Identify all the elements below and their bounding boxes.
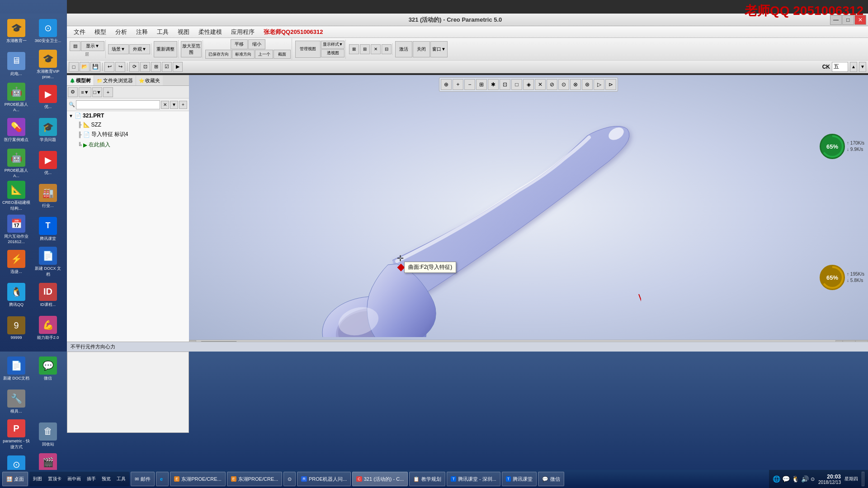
- desktop-icon-proe-robot2[interactable]: 🤖 PROE机器人A...: [1, 147, 32, 179]
- vp-btn12[interactable]: ⊳: [605, 79, 616, 90]
- tree-search-input[interactable]: [76, 100, 160, 109]
- viewport-3d[interactable]: ⊕ + − ⊞ ✱ ⊡ □ ◈ ✕ ⊘ ⊙ ⊗ ⊛ ▷ ⊳: [189, 75, 868, 342]
- ck-up[interactable]: ▲: [850, 62, 857, 72]
- desktop-icon-newdoc[interactable]: 📄 新建 DOCX 文档: [33, 246, 63, 278]
- qb-preview[interactable]: 预览: [99, 473, 113, 485]
- qb-pin[interactable]: 置顶卡: [45, 473, 64, 485]
- tb2-open[interactable]: 📂: [80, 62, 90, 72]
- tb2-regen[interactable]: ⟳: [129, 62, 139, 72]
- tab-model-tree[interactable]: 🌲 模型树: [67, 75, 94, 85]
- tree-settings[interactable]: ⚙: [68, 87, 78, 97]
- tb2-check[interactable]: ☑: [162, 62, 172, 72]
- tb2-save[interactable]: 💾: [90, 62, 100, 72]
- menu-analysis[interactable]: 分析: [111, 27, 132, 37]
- vp-btn2[interactable]: ✱: [488, 79, 499, 90]
- vp-btn9[interactable]: ⊗: [570, 79, 581, 90]
- tb-btn2[interactable]: ⊞: [360, 44, 370, 54]
- desktop-icon-idke[interactable]: ID ID课程...: [33, 279, 63, 311]
- tray-qq[interactable]: 🐧: [792, 475, 799, 483]
- vp-btn11[interactable]: ▷: [594, 79, 604, 90]
- tb-pan[interactable]: 平移: [231, 39, 248, 49]
- menu-view[interactable]: 视图: [173, 27, 194, 37]
- tb2-more[interactable]: ⊞: [151, 62, 161, 72]
- tb2-redo[interactable]: ↪: [115, 62, 125, 72]
- tb-zoom[interactable]: 放大至范围: [181, 41, 202, 57]
- taskbar-ie[interactable]: e: [156, 472, 169, 486]
- tb2-stop[interactable]: ⊡: [140, 62, 150, 72]
- tb-perspective[interactable]: 透视图: [321, 49, 344, 57]
- tb-display[interactable]: 显示▼: [81, 41, 104, 51]
- taskbar-donghuproe2[interactable]: E 东湖PROE/CRE...: [227, 472, 283, 486]
- desktop-icon-this-pc[interactable]: 🖥 此电...: [1, 48, 32, 80]
- tree-node-insert[interactable]: ╚ ▶ 在此插入: [67, 140, 189, 150]
- tb-section[interactable]: 截面: [274, 50, 291, 59]
- tb-btn3[interactable]: ✕: [371, 44, 381, 54]
- menu-flex[interactable]: 柔性建模: [194, 27, 226, 37]
- tb-manage-view[interactable]: 管理视图: [295, 41, 321, 58]
- tree-add[interactable]: +: [103, 87, 113, 97]
- qb-tools[interactable]: 工具: [114, 473, 128, 485]
- qb-pip[interactable]: 画中画: [65, 473, 84, 485]
- vp-btn7[interactable]: ⊘: [547, 79, 557, 90]
- taskbar-proe-robot[interactable]: R PROE机器人问...: [297, 472, 351, 486]
- tree-node-root[interactable]: ▼ 📄 321.PRT: [67, 111, 189, 120]
- qb-goto[interactable]: 到图: [30, 473, 45, 485]
- desktop-icon-donghujy[interactable]: 🎓 东湖教育一: [1, 15, 32, 47]
- desktop-icon-vip[interactable]: 🎓 东湖教育VIP proe...: [33, 48, 63, 80]
- tb-btn1[interactable]: ⊠: [349, 44, 359, 54]
- taskbar-tencent2[interactable]: T 腾讯课堂: [502, 472, 537, 486]
- taskbar-360[interactable]: ⊙: [283, 472, 296, 486]
- taskbar-edu-plan[interactable]: 📋 教学规划: [409, 472, 445, 486]
- tb-prev[interactable]: 上一个: [255, 50, 273, 59]
- tb-refresh[interactable]: 重新调整: [154, 41, 177, 57]
- vp-zoom-fit[interactable]: ⊕: [441, 79, 452, 90]
- tree-node-feature[interactable]: ╟ 📄 导入特征 标识4: [67, 129, 189, 140]
- menu-model[interactable]: 模型: [90, 27, 111, 37]
- tree-expand[interactable]: □▼: [92, 87, 102, 97]
- menu-tools[interactable]: 工具: [152, 27, 173, 37]
- vp-btn6[interactable]: ✕: [535, 79, 546, 90]
- desktop-icon-homework[interactable]: 📅 周六互动作业201812...: [1, 213, 32, 245]
- taskbar-tencent-sz[interactable]: T 腾讯课堂 - 深圳...: [447, 472, 500, 486]
- vp-btn5[interactable]: ◈: [523, 79, 534, 90]
- desktop-icon-parametric[interactable]: P parametric - 快捷方式: [1, 418, 32, 451]
- tree-node-szz[interactable]: ╟ 📐 SZZ: [67, 120, 189, 129]
- tray-360[interactable]: ⊙: [811, 476, 815, 482]
- tb-window[interactable]: 窗口▼: [430, 41, 448, 57]
- menu-apps[interactable]: 应用程序: [226, 27, 259, 37]
- desktop-icon-99999[interactable]: 9 99999: [1, 312, 32, 344]
- menu-teacher-qq[interactable]: 张老师QQ2051006312: [259, 27, 328, 37]
- taskbar-donghuproe1[interactable]: E 东湖PROE/CRE...: [170, 472, 226, 486]
- desktop-icon-xunjie[interactable]: ⚡ 迅捷...: [1, 246, 32, 278]
- tb2-new[interactable]: □: [69, 62, 79, 72]
- tb-close[interactable]: 关闭: [413, 41, 430, 57]
- taskbar-creo-active[interactable]: C 321 (活动的) - C...: [352, 472, 408, 486]
- tray-wechat[interactable]: 💬: [782, 475, 790, 483]
- desktop-icon-tencent-class[interactable]: T 腾讯课堂: [33, 213, 63, 245]
- desktop-icon-creo-basic[interactable]: 📐 CREO基础建模 结构...: [1, 180, 32, 212]
- tb-appearance[interactable]: 外观▼: [129, 44, 150, 54]
- tree-columns[interactable]: ≡▼: [79, 87, 91, 97]
- desktop-icon-qq[interactable]: 🐧 腾讯QQ: [1, 279, 32, 311]
- tb2-undo[interactable]: ↩: [104, 62, 114, 72]
- tb-activate[interactable]: 激活: [395, 41, 412, 57]
- tray-network[interactable]: 🌐: [773, 475, 780, 483]
- show-desktop[interactable]: [862, 472, 864, 486]
- taskbar-wechat[interactable]: 💬 微信: [538, 472, 564, 486]
- tb2-add[interactable]: ▶: [173, 62, 183, 72]
- vp-btn8[interactable]: ⊙: [558, 79, 569, 90]
- tb-scene[interactable]: 场景▼: [108, 44, 129, 54]
- tab-folder[interactable]: 📁 文件夹浏览器: [94, 75, 136, 85]
- vp-btn1[interactable]: ⊞: [476, 79, 487, 90]
- ck-down[interactable]: ▼: [859, 62, 866, 72]
- tb-saved-view[interactable]: 已保存方向: [205, 50, 231, 59]
- desktop-icon-wechat[interactable]: 💬 微信: [33, 352, 63, 385]
- vp-zoom-in[interactable]: +: [453, 79, 463, 90]
- desktop-icon-recycle[interactable]: 🗑 回收站: [33, 418, 63, 451]
- tb-btn4[interactable]: ⊟: [382, 44, 392, 54]
- tab-favorites[interactable]: ⭐ 收藏夹: [136, 75, 163, 85]
- desktop-icon-newdoc2[interactable]: 📄 新建 DOC文档: [1, 352, 32, 385]
- vp-btn4[interactable]: □: [511, 79, 522, 90]
- tree-filter[interactable]: ▼: [170, 101, 178, 109]
- desktop-icon-mold[interactable]: 🔧 模具...: [1, 385, 32, 418]
